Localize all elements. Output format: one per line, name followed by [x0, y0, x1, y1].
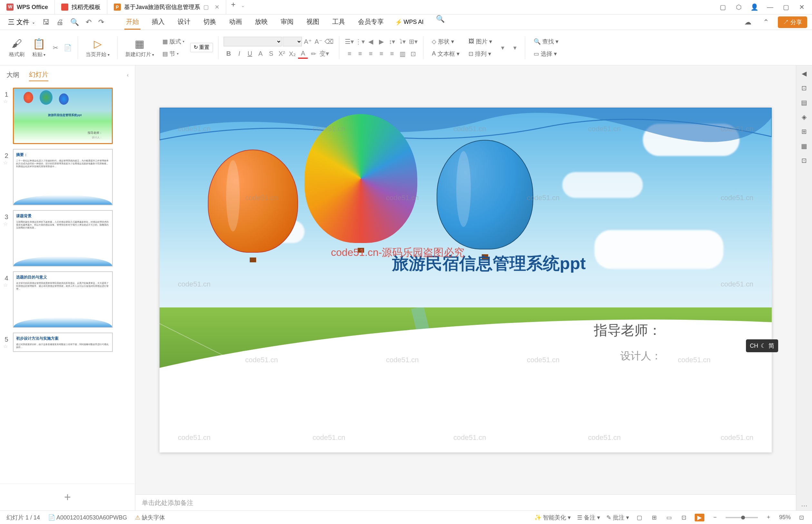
numbering-icon[interactable]: ⋮▾ [355, 37, 365, 46]
app-tab-docer[interactable]: 找稻壳模板 [55, 0, 107, 14]
maximize-icon[interactable]: ▢ [782, 3, 790, 11]
cut-icon[interactable]: ✂ [51, 43, 60, 52]
teacher-label[interactable]: 指导老师： [594, 321, 662, 339]
document-tab-active[interactable]: P 基于Java旅游民宿信息管理系 ▢ ✕ [107, 0, 226, 14]
sidebar-tool1-icon[interactable]: ⊡ [799, 83, 809, 93]
subscript-icon[interactable]: X₂ [287, 49, 297, 59]
copy-icon[interactable]: 📄 [63, 43, 72, 52]
tab-view[interactable]: 视图 [305, 15, 321, 30]
align-center-icon[interactable]: ≡ [355, 49, 365, 59]
align-left-icon[interactable]: ≡ [345, 49, 354, 59]
notes-bar[interactable]: 单击此处添加备注 [135, 494, 796, 510]
undo-icon[interactable]: ↶ [83, 18, 94, 27]
comments-button[interactable]: ✎ 批注▾ [607, 514, 629, 521]
new-tab-button[interactable]: + ⌄ [226, 0, 250, 14]
textbox-button[interactable]: A 文本框▾ [429, 49, 462, 59]
star-icon[interactable]: ☆ [3, 221, 10, 227]
slide-thumbnail[interactable]: 摘要： 二十一世纪以来信息化进入了快速的时代，信息管理系统的建立，为大幅度提升工… [13, 149, 113, 205]
new-slide-button[interactable]: ▦ 新建幻灯片 [123, 37, 156, 58]
format-painter-button[interactable]: 🖌 格式刷 [6, 37, 27, 58]
increase-indent-icon[interactable]: ▶ [376, 37, 386, 46]
strikethrough2-icon[interactable]: S [266, 49, 276, 59]
avatar-icon[interactable]: 👤 [750, 3, 758, 11]
sorter-view-icon[interactable]: ⊞ [650, 513, 659, 522]
slide-thumbnail[interactable]: 选题的目的与意义 本文研究的民宿信息管理系统用来管理民宿相关的所有信息。从用户的… [13, 271, 113, 328]
outline-tab[interactable]: 大纲 [6, 69, 19, 81]
zoom-slider[interactable] [726, 517, 758, 518]
zoom-in-icon[interactable]: + [764, 513, 773, 522]
strikethrough-icon[interactable]: A [255, 49, 265, 59]
print-icon[interactable]: 🖨 [54, 18, 66, 27]
font-size-select[interactable] [283, 37, 302, 46]
star-icon[interactable]: ☆ [3, 282, 10, 288]
sidebar-expand-icon[interactable]: ◀ [799, 69, 809, 78]
bold-icon[interactable]: B [223, 49, 233, 59]
superscript-icon[interactable]: X² [277, 49, 286, 59]
tab-start[interactable]: 开始 [125, 15, 140, 30]
collapse-panel-icon[interactable]: ‹ [127, 72, 129, 78]
justify-icon[interactable]: ≡ [376, 49, 386, 59]
section-button[interactable]: ▤ 节 ▾ [159, 49, 187, 59]
font-family-select[interactable] [223, 37, 282, 46]
shape-button[interactable]: ◇ 形状▾ [429, 37, 462, 46]
zoom-slider-thumb[interactable] [741, 515, 745, 520]
slide-thumb-5[interactable]: 5 ☆ 初步设计方法与实施方案 通过对系统需求分析，由于业务普遍需要具有数据上传… [3, 332, 132, 352]
file-menu-button[interactable]: 三 文件 ⌄ [5, 16, 38, 28]
save-icon[interactable]: 🖫 [40, 18, 52, 27]
slides-tab[interactable]: 幻灯片 [29, 69, 48, 81]
clear-format-icon[interactable]: ⌫ [324, 37, 334, 46]
tab-insert[interactable]: 插入 [150, 15, 166, 30]
outline-icon[interactable]: ▾ [510, 43, 520, 52]
zoom-out-icon[interactable]: − [711, 513, 719, 522]
sidebar-tool2-icon[interactable]: ▤ [799, 98, 809, 107]
text-direction-icon[interactable]: ⤵▾ [398, 37, 407, 46]
columns-icon[interactable]: ▥ [398, 49, 407, 59]
slide-thumbnail[interactable]: 旅游民宿信息管理系统ppt 指导老师： 设计人： [13, 88, 113, 144]
preview-icon[interactable]: 🔍 [68, 18, 82, 27]
minimize-icon[interactable]: — [766, 3, 774, 11]
slide-thumb-3[interactable]: 3 ☆ 课题背景 互联网的诞生和信息技术的飞速发展，人们对信息获取方式越来越多样… [3, 210, 132, 266]
ai-view-icon[interactable]: ⊡ [680, 513, 688, 522]
window-grid-icon[interactable]: ▢ [719, 3, 727, 11]
text-effect-icon[interactable]: 变▾ [319, 49, 329, 59]
slide-thumb-1[interactable]: 1 ☆ 旅游民宿信息管理系统ppt 指导老师： 设计人： [3, 88, 132, 144]
notes-button[interactable]: ☰ 备注▾ [577, 514, 600, 521]
reading-view-icon[interactable]: ▭ [665, 513, 674, 522]
tab-transition[interactable]: 切换 [202, 15, 218, 30]
bullets-icon[interactable]: ☰▾ [345, 37, 354, 46]
collapse-ribbon-icon[interactable]: ⌃ [760, 18, 772, 27]
font-color-icon[interactable]: A [298, 49, 308, 59]
select-button[interactable]: ▭ 选择▾ [530, 49, 562, 59]
tab-member[interactable]: 会员专享 [357, 15, 385, 30]
star-icon[interactable]: ☆ [3, 98, 10, 104]
tab-review[interactable]: 审阅 [279, 15, 295, 30]
distribute-icon[interactable]: ≡ [387, 49, 397, 59]
share-button[interactable]: ↗ 分享 [778, 16, 807, 28]
paste-button[interactable]: 📋 粘贴 [30, 37, 48, 58]
slide-thumbnails-list[interactable]: 1 ☆ 旅游民宿信息管理系统ppt 指导老师： 设计人： 2 ☆ [0, 84, 135, 484]
smart-art-icon[interactable]: ⊡ [408, 49, 418, 59]
slideshow-play-button[interactable]: ▶ [695, 514, 705, 521]
sidebar-tool6-icon[interactable]: ⊡ [799, 155, 809, 165]
normal-view-icon[interactable]: ▢ [635, 513, 644, 522]
window-box-icon[interactable]: ⬡ [735, 3, 742, 11]
slide-thumbnail[interactable]: 课题背景 互联网的诞生和信息技术的飞速发展，人们对信息获取方式越来越多样化，对信… [13, 210, 113, 266]
slide-thumb-2[interactable]: 2 ☆ 摘要： 二十一世纪以来信息化进入了快速的时代，信息管理系统的建立，为大幅… [3, 149, 132, 205]
designer-label[interactable]: 设计人： [620, 349, 662, 363]
search-icon[interactable]: 🔍 [433, 15, 447, 30]
align-text-icon[interactable]: ⊞▾ [408, 37, 418, 46]
app-tab-wps[interactable]: WPS Office [0, 0, 55, 14]
slide-counter[interactable]: 幻灯片 1 / 14 [6, 514, 40, 521]
decrease-font-icon[interactable]: A⁻ [314, 37, 323, 46]
arrange-button[interactable]: ⊡ 排列▾ [465, 49, 495, 59]
wps-ai-button[interactable]: ⚡ WPS AI [395, 15, 424, 30]
slide-thumbnail[interactable]: 初步设计方法与实施方案 通过对系统需求分析，由于业务普遍需要具有数据上传和下载，… [13, 332, 113, 352]
tab-slideshow[interactable]: 放映 [253, 15, 269, 30]
star-icon[interactable]: ☆ [3, 160, 10, 166]
underline-icon[interactable]: U [245, 49, 254, 59]
close-window-icon[interactable]: ✕ [798, 3, 806, 11]
tab-tools[interactable]: 工具 [331, 15, 347, 30]
from-current-button[interactable]: ▷ 当页开始 [83, 37, 112, 58]
star-icon[interactable]: ☆ [3, 343, 10, 349]
close-tab-icon[interactable]: ✕ [215, 3, 219, 11]
